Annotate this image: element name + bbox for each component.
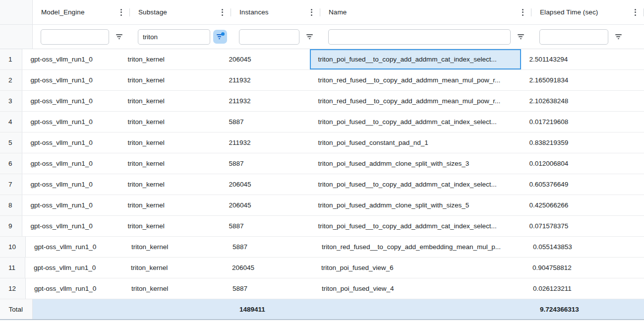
table-row: 6 gpt-oss_vllm_run1_0 triton_kernel 5887… (0, 153, 644, 174)
cell-elapsed[interactable]: 0.838219359 (521, 132, 634, 153)
cell-name[interactable]: triton_red_fused__to_copy_add_addmm_mean… (310, 91, 521, 111)
table-row: 2 gpt-oss_vllm_run1_0 triton_kernel 2119… (0, 70, 644, 91)
total-row: Total 1489411 9.724366313 (0, 299, 644, 320)
cell-substage[interactable]: triton_kernel (123, 237, 224, 257)
filter-input-name[interactable] (328, 29, 511, 45)
cell-instances[interactable]: 5887 (224, 278, 313, 299)
cell-elapsed[interactable]: 0.605376649 (521, 174, 634, 195)
cell-model-engine[interactable]: gpt-oss_vllm_run1_0 (26, 237, 123, 257)
cell-instances[interactable]: 5887 (224, 237, 313, 257)
cell-instances[interactable]: 5887 (221, 112, 310, 132)
cell-substage[interactable]: triton_kernel (119, 70, 221, 90)
cell-model-engine[interactable]: gpt-oss_vllm_run1_0 (22, 153, 119, 174)
cell-name[interactable]: triton_poi_fused__to_copy_add_addmm_cat_… (310, 174, 521, 195)
filter-cell-instances (231, 25, 320, 49)
cell-model-engine[interactable]: gpt-oss_vllm_run1_0 (22, 216, 119, 236)
table-row: 10 gpt-oss_vllm_run1_0 triton_kernel 588… (0, 237, 644, 258)
filter-input-model-engine[interactable] (41, 29, 109, 45)
cell-instances[interactable]: 211932 (221, 91, 310, 111)
filter-cell-elapsed-time (531, 25, 644, 49)
cell-elapsed[interactable]: 0.425066266 (521, 195, 634, 215)
table-row: 4 gpt-oss_vllm_run1_0 triton_kernel 5887… (0, 112, 644, 132)
cell-name[interactable]: triton_poi_fused__to_copy_add_addmm_cat_… (310, 216, 521, 236)
cell-substage[interactable]: triton_kernel (119, 132, 221, 153)
kebab-menu-icon[interactable] (633, 7, 638, 17)
cell-elapsed[interactable]: 0.026123211 (525, 278, 637, 299)
kebab-menu-icon[interactable] (220, 7, 225, 17)
row-number-filter-spacer (0, 25, 33, 49)
cell-name[interactable]: triton_red_fused__to_copy_add_addmm_mean… (310, 70, 521, 90)
cell-instances[interactable]: 211932 (221, 132, 310, 153)
cell-substage[interactable]: triton_kernel (122, 258, 224, 278)
cell-name[interactable]: triton_poi_fused_view_4 (313, 278, 525, 299)
column-header-label: Instances (239, 8, 269, 16)
cell-model-engine[interactable]: gpt-oss_vllm_run1_0 (25, 258, 122, 278)
cell-elapsed[interactable]: 0.012006804 (521, 153, 634, 174)
cell-substage[interactable]: triton_kernel (119, 195, 221, 215)
cell-instances[interactable]: 5887 (221, 153, 310, 174)
cell-substage[interactable]: triton_kernel (119, 153, 221, 174)
cell-model-engine[interactable]: gpt-oss_vllm_run1_0 (22, 49, 119, 69)
row-number: 12 (0, 278, 26, 299)
cell-instances[interactable]: 5887 (221, 216, 310, 236)
cell-elapsed[interactable]: 0.071578375 (521, 216, 634, 236)
cell-substage[interactable]: triton_kernel (119, 112, 221, 132)
cell-name[interactable]: triton_poi_fused_addmm_clone_split_with_… (310, 195, 521, 215)
filter-funnel-icon[interactable] (514, 30, 527, 44)
cell-model-engine[interactable]: gpt-oss_vllm_run1_0 (22, 195, 119, 215)
filter-input-elapsed-time[interactable] (539, 29, 608, 45)
cell-model-engine[interactable]: gpt-oss_vllm_run1_0 (22, 70, 119, 90)
row-number: 9 (0, 216, 22, 236)
cell-model-engine[interactable]: gpt-oss_vllm_run1_0 (22, 91, 119, 111)
cell-name[interactable]: triton_red_fused__to_copy_add_embedding_… (313, 237, 525, 257)
row-number: 7 (0, 174, 22, 195)
cell-elapsed[interactable]: 0.017219608 (521, 112, 634, 132)
cell-model-engine[interactable]: gpt-oss_vllm_run1_0 (26, 278, 123, 299)
row-number: 6 (0, 153, 22, 174)
kebab-menu-icon[interactable] (119, 7, 123, 17)
column-header-substage[interactable]: Substage (130, 0, 231, 24)
cell-elapsed[interactable]: 2.165091834 (521, 70, 634, 90)
cell-substage[interactable]: triton_kernel (119, 49, 221, 69)
cell-substage[interactable]: triton_kernel (119, 216, 221, 236)
kebab-menu-icon[interactable] (521, 7, 525, 17)
cell-model-engine[interactable]: gpt-oss_vllm_run1_0 (22, 112, 119, 132)
filter-funnel-icon[interactable] (302, 30, 316, 44)
column-header-elapsed-time[interactable]: Elapsed Time (sec) (531, 0, 644, 24)
cell-substage[interactable]: triton_kernel (123, 278, 224, 299)
cell-instances[interactable]: 211932 (221, 70, 310, 90)
cell-instances[interactable]: 206045 (221, 49, 310, 69)
cell-name[interactable]: triton_poi_fused_view_6 (313, 258, 524, 278)
cell-name[interactable]: triton_poi_fused_addmm_clone_split_with_… (310, 153, 521, 174)
cell-instances[interactable]: 206045 (221, 195, 310, 215)
row-number: 5 (0, 132, 22, 153)
cell-model-engine[interactable]: gpt-oss_vllm_run1_0 (22, 132, 119, 153)
column-header-instances[interactable]: Instances (231, 0, 320, 24)
filter-input-substage[interactable] (138, 29, 210, 45)
column-header-model-engine[interactable]: Model_Engine (33, 0, 130, 24)
data-grid: Model_Engine Substage Instances Name Ela… (0, 0, 644, 320)
cell-name[interactable]: triton_poi_fused_constant_pad_nd_1 (310, 132, 521, 153)
cell-elapsed[interactable]: 0.055143853 (525, 237, 637, 257)
table-body: 1 gpt-oss_vllm_run1_0 triton_kernel 2060… (0, 49, 644, 299)
column-header-name[interactable]: Name (320, 0, 531, 24)
total-cell-instances: 1489411 (231, 299, 320, 319)
filter-funnel-icon[interactable] (611, 30, 625, 44)
cell-elapsed[interactable]: 2.102638248 (521, 91, 634, 111)
kebab-menu-icon[interactable] (309, 7, 314, 17)
filter-input-instances[interactable] (239, 29, 299, 45)
cell-model-engine[interactable]: gpt-oss_vllm_run1_0 (22, 174, 119, 195)
cell-instances[interactable]: 206045 (224, 258, 313, 278)
filter-funnel-icon[interactable] (213, 30, 227, 44)
row-number: 11 (0, 258, 25, 278)
cell-elapsed[interactable]: 0.904758812 (524, 258, 637, 278)
cell-substage[interactable]: triton_kernel (119, 174, 221, 195)
cell-name[interactable]: triton_poi_fused__to_copy_add_addmm_cat_… (310, 112, 521, 132)
cell-substage[interactable]: triton_kernel (119, 91, 221, 111)
cell-elapsed[interactable]: 2.501143294 (521, 49, 634, 69)
filter-funnel-icon[interactable] (112, 30, 126, 44)
cell-instances[interactable]: 206045 (221, 174, 310, 195)
cell-name[interactable]: triton_poi_fused__to_copy_add_addmm_cat_… (310, 49, 521, 69)
row-number: 4 (0, 112, 22, 132)
table-row: 7 gpt-oss_vllm_run1_0 triton_kernel 2060… (0, 174, 644, 195)
